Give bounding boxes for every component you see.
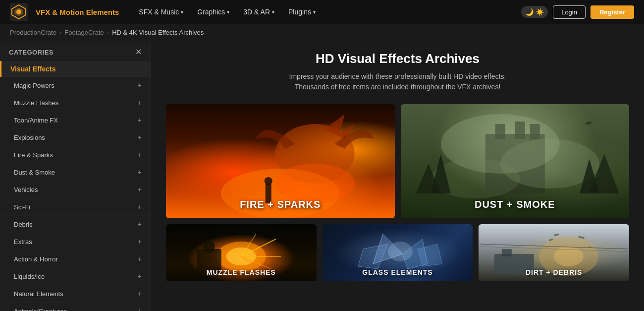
sun-icon: ☀️: [536, 8, 544, 16]
card-muzzle-flashes[interactable]: MUZZLE FLASHES: [166, 224, 317, 281]
plus-icon: +: [138, 238, 142, 246]
svg-point-30: [387, 242, 412, 261]
breadcrumb: ProductionCrate › FootageCrate › HD & 4K…: [0, 24, 644, 41]
theme-toggle[interactable]: 🌙 ☀️: [521, 6, 548, 18]
register-button[interactable]: Register: [590, 5, 634, 19]
sidebar-item-natural-elements[interactable]: Natural Elements +: [0, 285, 151, 303]
login-button[interactable]: Login: [553, 5, 586, 19]
plus-icon: +: [138, 168, 142, 176]
plus-icon: +: [138, 133, 142, 141]
plus-icon: +: [138, 203, 142, 211]
card-dirt-debris[interactable]: DIRT + DEBRIS: [479, 224, 629, 281]
plus-icon: +: [138, 290, 142, 298]
sidebar-item-explosions[interactable]: Explosions +: [0, 129, 151, 146]
sidebar-item-extras[interactable]: Extras +: [0, 233, 151, 250]
sidebar-item-muzzle-flashes[interactable]: Muzzle Flashes +: [0, 94, 151, 112]
breadcrumb-item-footagecrate[interactable]: FootageCrate: [64, 29, 104, 36]
cards-bottom-grid: MUZZLE FLASHES GLASS ELEMENTS: [166, 224, 629, 281]
sidebar-item-action-horror[interactable]: Action & Horror +: [0, 250, 151, 268]
page-subtitle: Impress your audience with these profess…: [166, 71, 629, 92]
plus-icon: +: [138, 307, 142, 311]
svg-rect-36: [554, 234, 559, 236]
cards-top-grid: FIRE + SPARKS: [166, 104, 629, 218]
chevron-down-icon: ▾: [313, 9, 316, 15]
sidebar-section-visual-effects[interactable]: Visual Effects: [0, 61, 151, 77]
plus-icon: +: [138, 255, 142, 263]
chevron-down-icon: ▾: [272, 9, 274, 15]
card-fire-sparks[interactable]: FIRE + SPARKS: [166, 104, 395, 218]
plus-icon: +: [138, 186, 142, 193]
svg-point-7: [275, 164, 355, 203]
sidebar-close-button[interactable]: ✕: [135, 48, 142, 56]
plus-icon: +: [138, 99, 142, 107]
breadcrumb-separator: ›: [59, 29, 61, 36]
sidebar-item-dust-smoke[interactable]: Dust & Smoke +: [0, 164, 151, 181]
plus-icon: +: [138, 272, 142, 280]
breadcrumb-current: HD & 4K Visual Effects Archives: [112, 29, 204, 36]
site-logo[interactable]: [10, 3, 28, 21]
main-content: HD Visual Effects Archives Impress your …: [151, 41, 644, 311]
sidebar-item-animals-creatures[interactable]: Animals/Creatures +: [0, 303, 151, 311]
sidebar-item-toon-anime[interactable]: Toon/Anime FX +: [0, 112, 151, 129]
svg-rect-38: [502, 249, 512, 256]
plus-icon: +: [138, 220, 142, 228]
nav-graphics[interactable]: Graphics ▾: [191, 5, 235, 19]
nav-plugins[interactable]: Plugins ▾: [282, 5, 322, 19]
sidebar-item-fire-sparks[interactable]: Fire & Sparks +: [0, 146, 151, 164]
nav-sfx[interactable]: SFX & Music ▾: [133, 5, 189, 19]
main-layout: Categories ✕ Visual Effects Magic Powers…: [0, 41, 644, 311]
card-label-debris: DIRT + DEBRIS: [526, 268, 583, 276]
chevron-down-icon: ▾: [227, 9, 229, 15]
plus-icon: +: [138, 116, 142, 124]
moon-icon: 🌙: [525, 8, 534, 16]
svg-point-3: [16, 9, 21, 14]
plus-icon: +: [138, 151, 142, 159]
sidebar-title: Categories: [9, 49, 54, 56]
brand-name[interactable]: VFX & Motion Elements: [36, 8, 119, 16]
sidebar-item-magic-powers[interactable]: Magic Powers +: [0, 77, 151, 94]
page-title: HD Visual Effects Archives: [166, 51, 629, 66]
sidebar-item-sci-fi[interactable]: Sci-Fi +: [0, 198, 151, 216]
card-label-muzzle: MUZZLE FLASHES: [207, 268, 276, 276]
breadcrumb-item-productioncrate[interactable]: ProductionCrate: [10, 29, 56, 36]
nav-3d[interactable]: 3D & AR ▾: [237, 5, 280, 19]
sidebar-item-debris[interactable]: Debris +: [0, 216, 151, 233]
plus-icon: +: [138, 81, 142, 89]
card-label-glass: GLASS ELEMENTS: [362, 268, 432, 276]
breadcrumb-separator: ›: [107, 29, 109, 36]
card-dust-smoke[interactable]: DUST + SMOKE: [401, 104, 630, 218]
sidebar-item-vehicles[interactable]: Vehicles +: [0, 181, 151, 198]
card-glass-elements[interactable]: GLASS ELEMENTS: [322, 224, 473, 281]
svg-point-25: [203, 241, 215, 252]
card-label-fire: FIRE + SPARKS: [240, 199, 321, 210]
sidebar-header: Categories ✕: [0, 41, 151, 61]
sidebar-item-liquids-ice[interactable]: Liquids/Ice +: [0, 268, 151, 285]
svg-point-9: [265, 177, 272, 185]
sidebar: Categories ✕ Visual Effects Magic Powers…: [0, 41, 151, 311]
chevron-down-icon: ▾: [181, 9, 183, 15]
nav-links: SFX & Music ▾ Graphics ▾ 3D & AR ▾ Plugi…: [133, 5, 517, 19]
nav-right: 🌙 ☀️ Login Register: [521, 5, 634, 19]
card-label-dust: DUST + SMOKE: [475, 199, 555, 210]
navbar: VFX & Motion Elements SFX & Music ▾ Grap…: [0, 0, 644, 24]
